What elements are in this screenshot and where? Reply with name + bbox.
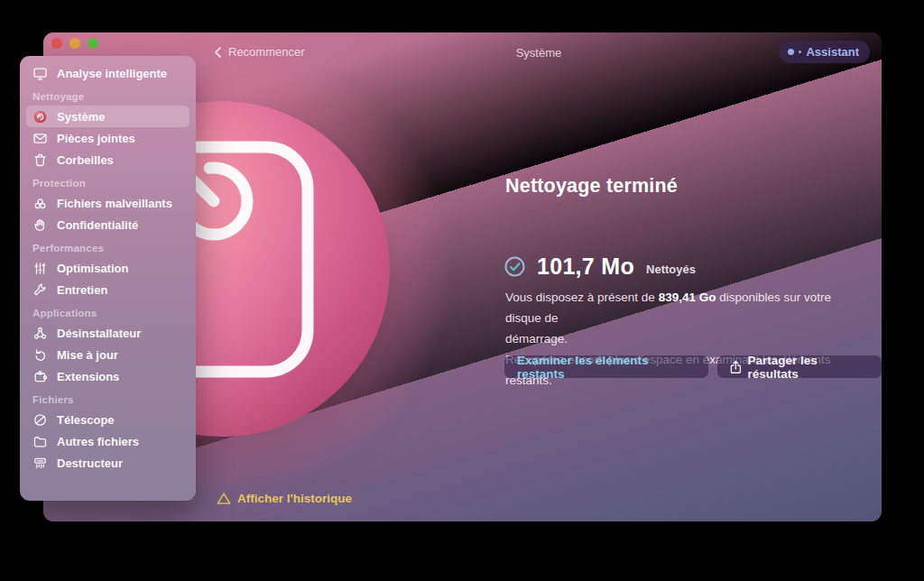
- share-icon: [730, 360, 742, 374]
- shredder-icon: [32, 456, 48, 471]
- sidebar-section-nettoyage: Nettoyage: [32, 89, 183, 104]
- assistant-button[interactable]: Assistant: [779, 41, 870, 63]
- assistant-label: Assistant: [806, 45, 859, 59]
- share-results-label: Partager les résultats: [748, 354, 869, 381]
- sidebar-item-corbeilles[interactable]: Corbeilles: [26, 149, 189, 171]
- sidebar-item-label: Fichiers malveillants: [57, 197, 172, 210]
- sidebar-item-label: Confidentialité: [57, 218, 138, 232]
- traffic-lights: [51, 38, 98, 49]
- monitor-icon: [32, 66, 48, 81]
- share-results-button[interactable]: Partager les résultats: [717, 355, 882, 378]
- uninstaller-icon: [32, 326, 48, 341]
- review-remaining-button[interactable]: Examiner les éléments restants: [504, 355, 708, 378]
- wrench-icon: [32, 282, 48, 298]
- sidebar-item-confidentialite[interactable]: Confidentialité: [26, 214, 189, 235]
- cleaned-amount-value: 101,7 Mo: [537, 254, 634, 280]
- sidebar-item-fichiers-malveillants[interactable]: Fichiers malveillants: [26, 192, 189, 214]
- sliders-icon: [32, 261, 48, 276]
- hand-icon: [32, 217, 48, 233]
- sidebar-section-fichiers: Fichiers: [32, 392, 183, 407]
- desktop-background: Recommencer Système Assistant Nettoyage …: [0, 0, 924, 581]
- sidebar-item-label: Désinstallateur: [57, 327, 141, 340]
- sidebar-item-systeme[interactable]: Système: [26, 106, 189, 127]
- envelope-icon: [32, 131, 48, 146]
- sidebar-item-desinstallateur[interactable]: Désinstallateur: [26, 322, 189, 344]
- zoom-button[interactable]: [88, 38, 98, 49]
- sidebar-item-label: Mise à jour: [57, 348, 118, 362]
- trash-icon: [32, 152, 48, 168]
- sidebar-item-entretien[interactable]: Entretien: [26, 279, 189, 300]
- sidebar-item-label: Autres fichiers: [57, 435, 139, 448]
- sidebar-item-autres-fichiers[interactable]: Autres fichiers: [26, 430, 189, 452]
- sidebar-item-label: Destructeur: [57, 456, 123, 470]
- sidebar-item-label: Télescope: [57, 413, 115, 427]
- puzzle-icon: [32, 369, 48, 384]
- planet-icon: [32, 412, 48, 428]
- biohazard-icon: [32, 196, 48, 211]
- system-ball-icon: [32, 109, 48, 124]
- folder-icon: [32, 434, 48, 449]
- sidebar-panel: Analyse intelligente Nettoyage Système: [20, 56, 196, 501]
- update-arrow-icon: [32, 347, 48, 363]
- sidebar-item-analyse-intelligente[interactable]: Analyse intelligente: [26, 62, 189, 84]
- sidebar-item-mise-a-jour[interactable]: Mise à jour: [26, 344, 189, 365]
- sidebar-item-pieces-jointes[interactable]: Pièces jointes: [26, 127, 189, 149]
- sidebar-item-extensions[interactable]: Extensions: [26, 365, 189, 387]
- check-circle-icon: [504, 256, 525, 277]
- result-actions: Examiner les éléments restants Partager …: [504, 355, 882, 378]
- sidebar-item-destructeur[interactable]: Destructeur: [26, 452, 189, 474]
- close-button[interactable]: [51, 38, 62, 49]
- free-space-text-line2: démarrage.: [505, 332, 568, 346]
- sidebar-item-label: Optimisation: [57, 262, 128, 275]
- show-history-label: Afficher l'historique: [237, 492, 352, 505]
- cleaned-amount-label: Nettoyés: [646, 263, 696, 276]
- assistant-minidot-icon: [799, 51, 801, 53]
- sidebar-item-label: Pièces jointes: [57, 132, 135, 145]
- assistant-dot-icon: [788, 49, 794, 55]
- free-space-value: 839,41 Go: [659, 290, 716, 304]
- cleaned-amount-row: 101,7 Mo Nettoyés: [504, 254, 696, 280]
- result-heading: Nettoyage terminé: [505, 175, 678, 198]
- review-remaining-label: Examiner les éléments restants: [517, 354, 696, 381]
- show-history-link[interactable]: Afficher l'historique: [217, 492, 352, 505]
- sidebar-item-label: Entretien: [57, 283, 107, 297]
- sidebar-item-label: Corbeilles: [57, 153, 114, 167]
- sidebar-item-label: Système: [57, 110, 105, 124]
- sidebar-item-telescope[interactable]: Télescope: [26, 409, 189, 430]
- minimize-button[interactable]: [69, 38, 80, 49]
- sidebar-section-applications: Applications: [32, 306, 183, 320]
- sidebar-item-optimisation[interactable]: Optimisation: [26, 257, 189, 279]
- sidebar-section-performances: Performances: [32, 241, 183, 255]
- warning-triangle-icon: [217, 492, 231, 505]
- sidebar-item-label: Analyse intelligente: [57, 67, 167, 80]
- free-space-text-prefix: Vous disposez à présent de: [505, 290, 659, 304]
- sidebar-item-label: Extensions: [57, 370, 119, 383]
- sidebar-section-protection: Protection: [32, 176, 183, 190]
